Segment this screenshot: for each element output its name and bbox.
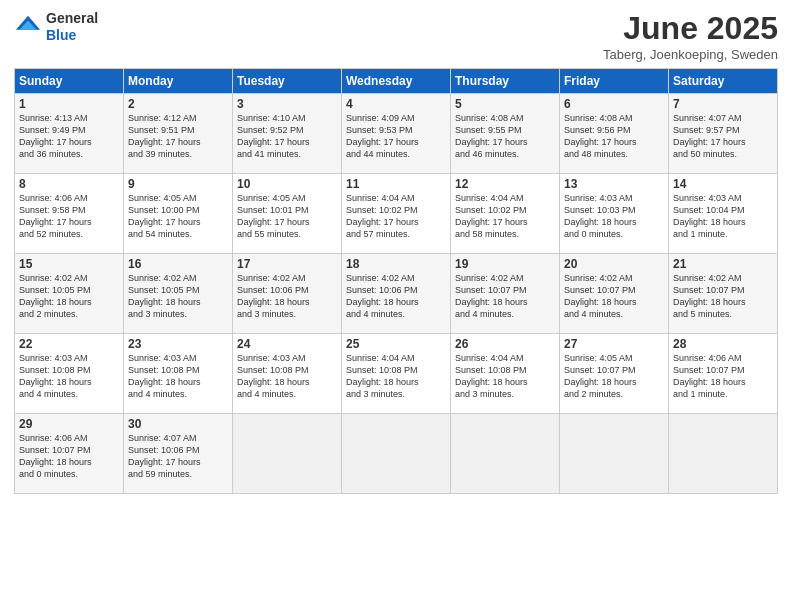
day-info: Sunrise: 4:02 AM Sunset: 10:05 PM Daylig…: [19, 272, 119, 321]
cell-w2-d2: 10Sunrise: 4:05 AM Sunset: 10:01 PM Dayl…: [233, 174, 342, 254]
day-number: 10: [237, 177, 337, 191]
cell-w1-d4: 5Sunrise: 4:08 AM Sunset: 9:55 PM Daylig…: [451, 94, 560, 174]
cell-w2-d3: 11Sunrise: 4:04 AM Sunset: 10:02 PM Dayl…: [342, 174, 451, 254]
day-info: Sunrise: 4:04 AM Sunset: 10:02 PM Daylig…: [455, 192, 555, 241]
day-info: Sunrise: 4:02 AM Sunset: 10:06 PM Daylig…: [237, 272, 337, 321]
day-info: Sunrise: 4:08 AM Sunset: 9:55 PM Dayligh…: [455, 112, 555, 161]
day-number: 12: [455, 177, 555, 191]
cell-w5-d2: [233, 414, 342, 494]
cell-w2-d0: 8Sunrise: 4:06 AM Sunset: 9:58 PM Daylig…: [15, 174, 124, 254]
day-info: Sunrise: 4:03 AM Sunset: 10:08 PM Daylig…: [237, 352, 337, 401]
cell-w2-d5: 13Sunrise: 4:03 AM Sunset: 10:03 PM Dayl…: [560, 174, 669, 254]
col-thursday: Thursday: [451, 69, 560, 94]
day-info: Sunrise: 4:02 AM Sunset: 10:07 PM Daylig…: [673, 272, 773, 321]
day-info: Sunrise: 4:05 AM Sunset: 10:07 PM Daylig…: [564, 352, 664, 401]
title-block: June 2025 Taberg, Joenkoeping, Sweden: [603, 10, 778, 62]
week-row-5: 29Sunrise: 4:06 AM Sunset: 10:07 PM Dayl…: [15, 414, 778, 494]
cell-w5-d1: 30Sunrise: 4:07 AM Sunset: 10:06 PM Dayl…: [124, 414, 233, 494]
cell-w4-d2: 24Sunrise: 4:03 AM Sunset: 10:08 PM Dayl…: [233, 334, 342, 414]
day-number: 22: [19, 337, 119, 351]
day-number: 15: [19, 257, 119, 271]
day-info: Sunrise: 4:13 AM Sunset: 9:49 PM Dayligh…: [19, 112, 119, 161]
day-number: 3: [237, 97, 337, 111]
day-number: 21: [673, 257, 773, 271]
week-row-3: 15Sunrise: 4:02 AM Sunset: 10:05 PM Dayl…: [15, 254, 778, 334]
week-row-2: 8Sunrise: 4:06 AM Sunset: 9:58 PM Daylig…: [15, 174, 778, 254]
logo-icon: [14, 13, 42, 41]
cell-w5-d3: [342, 414, 451, 494]
week-row-4: 22Sunrise: 4:03 AM Sunset: 10:08 PM Dayl…: [15, 334, 778, 414]
day-info: Sunrise: 4:03 AM Sunset: 10:08 PM Daylig…: [128, 352, 228, 401]
day-info: Sunrise: 4:04 AM Sunset: 10:08 PM Daylig…: [455, 352, 555, 401]
day-info: Sunrise: 4:02 AM Sunset: 10:06 PM Daylig…: [346, 272, 446, 321]
cell-w1-d5: 6Sunrise: 4:08 AM Sunset: 9:56 PM Daylig…: [560, 94, 669, 174]
day-number: 18: [346, 257, 446, 271]
cell-w4-d4: 26Sunrise: 4:04 AM Sunset: 10:08 PM Dayl…: [451, 334, 560, 414]
day-number: 20: [564, 257, 664, 271]
day-info: Sunrise: 4:10 AM Sunset: 9:52 PM Dayligh…: [237, 112, 337, 161]
week-row-1: 1Sunrise: 4:13 AM Sunset: 9:49 PM Daylig…: [15, 94, 778, 174]
cell-w4-d3: 25Sunrise: 4:04 AM Sunset: 10:08 PM Dayl…: [342, 334, 451, 414]
day-info: Sunrise: 4:04 AM Sunset: 10:08 PM Daylig…: [346, 352, 446, 401]
col-wednesday: Wednesday: [342, 69, 451, 94]
cell-w5-d0: 29Sunrise: 4:06 AM Sunset: 10:07 PM Dayl…: [15, 414, 124, 494]
cell-w1-d3: 4Sunrise: 4:09 AM Sunset: 9:53 PM Daylig…: [342, 94, 451, 174]
day-number: 17: [237, 257, 337, 271]
cell-w3-d3: 18Sunrise: 4:02 AM Sunset: 10:06 PM Dayl…: [342, 254, 451, 334]
day-number: 27: [564, 337, 664, 351]
day-info: Sunrise: 4:08 AM Sunset: 9:56 PM Dayligh…: [564, 112, 664, 161]
day-info: Sunrise: 4:03 AM Sunset: 10:03 PM Daylig…: [564, 192, 664, 241]
day-info: Sunrise: 4:04 AM Sunset: 10:02 PM Daylig…: [346, 192, 446, 241]
page: General Blue June 2025 Taberg, Joenkoepi…: [0, 0, 792, 612]
day-info: Sunrise: 4:06 AM Sunset: 10:07 PM Daylig…: [673, 352, 773, 401]
day-info: Sunrise: 4:06 AM Sunset: 9:58 PM Dayligh…: [19, 192, 119, 241]
day-number: 16: [128, 257, 228, 271]
day-info: Sunrise: 4:06 AM Sunset: 10:07 PM Daylig…: [19, 432, 119, 481]
day-number: 28: [673, 337, 773, 351]
header-row: Sunday Monday Tuesday Wednesday Thursday…: [15, 69, 778, 94]
cell-w4-d6: 28Sunrise: 4:06 AM Sunset: 10:07 PM Dayl…: [669, 334, 778, 414]
cell-w3-d0: 15Sunrise: 4:02 AM Sunset: 10:05 PM Dayl…: [15, 254, 124, 334]
day-number: 7: [673, 97, 773, 111]
cell-w1-d0: 1Sunrise: 4:13 AM Sunset: 9:49 PM Daylig…: [15, 94, 124, 174]
col-saturday: Saturday: [669, 69, 778, 94]
day-number: 13: [564, 177, 664, 191]
subtitle: Taberg, Joenkoeping, Sweden: [603, 47, 778, 62]
day-number: 23: [128, 337, 228, 351]
logo: General Blue: [14, 10, 98, 44]
cell-w4-d5: 27Sunrise: 4:05 AM Sunset: 10:07 PM Dayl…: [560, 334, 669, 414]
day-number: 14: [673, 177, 773, 191]
col-tuesday: Tuesday: [233, 69, 342, 94]
day-number: 29: [19, 417, 119, 431]
day-number: 8: [19, 177, 119, 191]
day-info: Sunrise: 4:02 AM Sunset: 10:05 PM Daylig…: [128, 272, 228, 321]
cell-w1-d2: 3Sunrise: 4:10 AM Sunset: 9:52 PM Daylig…: [233, 94, 342, 174]
day-number: 1: [19, 97, 119, 111]
day-number: 30: [128, 417, 228, 431]
day-number: 2: [128, 97, 228, 111]
cell-w5-d6: [669, 414, 778, 494]
day-info: Sunrise: 4:05 AM Sunset: 10:00 PM Daylig…: [128, 192, 228, 241]
day-info: Sunrise: 4:05 AM Sunset: 10:01 PM Daylig…: [237, 192, 337, 241]
day-info: Sunrise: 4:12 AM Sunset: 9:51 PM Dayligh…: [128, 112, 228, 161]
day-number: 19: [455, 257, 555, 271]
cell-w2-d1: 9Sunrise: 4:05 AM Sunset: 10:00 PM Dayli…: [124, 174, 233, 254]
day-number: 5: [455, 97, 555, 111]
cell-w1-d1: 2Sunrise: 4:12 AM Sunset: 9:51 PM Daylig…: [124, 94, 233, 174]
day-number: 25: [346, 337, 446, 351]
cell-w2-d6: 14Sunrise: 4:03 AM Sunset: 10:04 PM Dayl…: [669, 174, 778, 254]
cell-w4-d1: 23Sunrise: 4:03 AM Sunset: 10:08 PM Dayl…: [124, 334, 233, 414]
day-info: Sunrise: 4:09 AM Sunset: 9:53 PM Dayligh…: [346, 112, 446, 161]
cell-w3-d4: 19Sunrise: 4:02 AM Sunset: 10:07 PM Dayl…: [451, 254, 560, 334]
cell-w4-d0: 22Sunrise: 4:03 AM Sunset: 10:08 PM Dayl…: [15, 334, 124, 414]
cell-w5-d5: [560, 414, 669, 494]
day-info: Sunrise: 4:03 AM Sunset: 10:08 PM Daylig…: [19, 352, 119, 401]
header: General Blue June 2025 Taberg, Joenkoepi…: [14, 10, 778, 62]
day-info: Sunrise: 4:02 AM Sunset: 10:07 PM Daylig…: [564, 272, 664, 321]
day-number: 24: [237, 337, 337, 351]
cell-w1-d6: 7Sunrise: 4:07 AM Sunset: 9:57 PM Daylig…: [669, 94, 778, 174]
cell-w3-d6: 21Sunrise: 4:02 AM Sunset: 10:07 PM Dayl…: [669, 254, 778, 334]
day-info: Sunrise: 4:07 AM Sunset: 9:57 PM Dayligh…: [673, 112, 773, 161]
day-number: 9: [128, 177, 228, 191]
cell-w3-d5: 20Sunrise: 4:02 AM Sunset: 10:07 PM Dayl…: [560, 254, 669, 334]
